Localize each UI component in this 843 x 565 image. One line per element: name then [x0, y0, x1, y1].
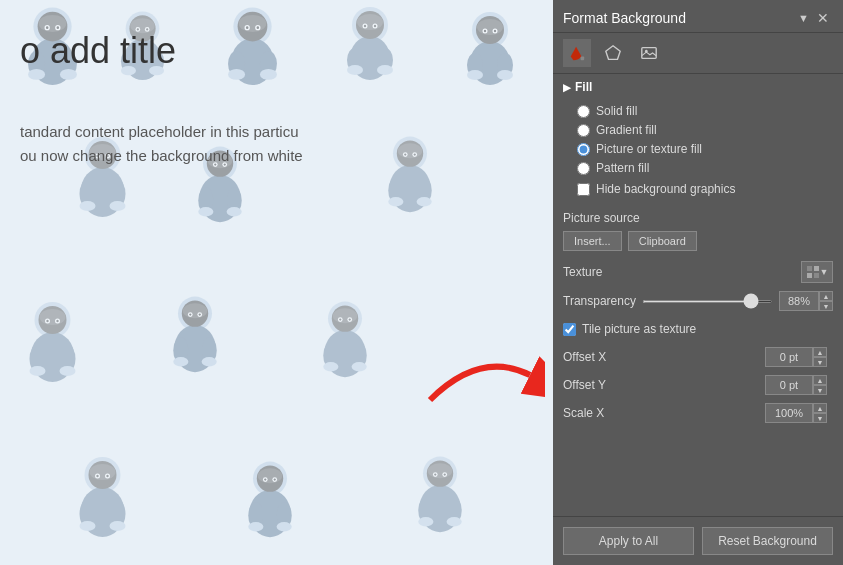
svg-point-154	[248, 522, 263, 531]
pattern-fill-option[interactable]: Pattern fill	[577, 161, 827, 175]
offset-x-decrement-btn[interactable]: ▼	[813, 357, 827, 367]
slide-title: o add title	[20, 30, 176, 72]
svg-point-95	[417, 197, 432, 206]
svg-point-83	[227, 207, 242, 216]
hide-bg-graphics-checkbox[interactable]	[577, 183, 590, 196]
offset-x-spinner: ▲ ▼	[765, 347, 827, 367]
slide-area: o add title tandard content placeholder …	[0, 0, 555, 565]
offset-y-input[interactable]	[765, 375, 813, 395]
insert-button[interactable]: Insert...	[563, 231, 622, 251]
transparency-spinner-btns: ▲ ▼	[819, 291, 833, 311]
svg-point-70	[80, 201, 96, 211]
svg-point-142	[80, 521, 96, 531]
image-icon-button[interactable]	[635, 39, 663, 67]
panel-pin-icon[interactable]: ▼	[798, 12, 809, 24]
svg-point-118	[173, 357, 188, 366]
svg-point-27	[239, 15, 267, 32]
svg-point-51	[477, 19, 503, 35]
transparency-spinner: ▲ ▼	[779, 291, 833, 311]
tile-picture-checkbox[interactable]	[563, 323, 576, 336]
offset-x-label: Offset X	[563, 350, 765, 364]
svg-point-119	[202, 357, 217, 366]
svg-marker-170	[606, 46, 620, 60]
svg-point-106	[30, 366, 46, 376]
svg-point-87	[398, 143, 423, 158]
svg-point-162	[434, 473, 436, 475]
gradient-fill-radio[interactable]	[577, 124, 590, 137]
reset-background-button[interactable]: Reset Background	[702, 527, 833, 555]
svg-rect-175	[807, 273, 812, 278]
svg-point-115	[199, 313, 201, 315]
transparency-slider[interactable]	[642, 300, 773, 303]
svg-point-91	[414, 153, 416, 155]
offset-x-input[interactable]	[765, 347, 813, 367]
svg-point-94	[388, 197, 403, 206]
svg-point-34	[228, 69, 245, 80]
fill-icon-button[interactable]	[563, 39, 591, 67]
panel-header: Format Background ▼ ✕	[553, 0, 843, 33]
ninja-figure	[60, 450, 145, 540]
picture-texture-fill-label: Picture or texture fill	[596, 142, 702, 156]
fill-section-header[interactable]: ▶ Fill	[553, 74, 843, 100]
shape-icon-button[interactable]	[599, 39, 627, 67]
svg-point-30	[246, 26, 249, 29]
ninja-figure	[230, 455, 310, 540]
picture-source-buttons: Insert... Clipboard	[553, 229, 843, 257]
svg-point-151	[274, 478, 276, 480]
picture-texture-fill-option[interactable]: Picture or texture fill	[577, 142, 827, 156]
pattern-fill-label: Pattern fill	[596, 161, 649, 175]
svg-point-107	[60, 366, 76, 376]
offset-y-row: Offset Y ▲ ▼	[553, 371, 843, 399]
panel-close-button[interactable]: ✕	[813, 8, 833, 28]
picture-texture-fill-radio[interactable]	[577, 143, 590, 156]
svg-point-99	[40, 309, 66, 325]
texture-label: Texture	[563, 265, 602, 279]
panel-title: Format Background	[563, 10, 686, 26]
svg-point-126	[339, 318, 341, 320]
tile-picture-row: Tile picture as texture	[553, 315, 843, 343]
gradient-fill-option[interactable]: Gradient fill	[577, 123, 827, 137]
gradient-fill-label: Gradient fill	[596, 123, 657, 137]
transparency-value-input[interactable]	[779, 291, 819, 311]
panel-icon-toolbar	[553, 33, 843, 74]
offset-x-increment-btn[interactable]: ▲	[813, 347, 827, 357]
svg-point-39	[357, 14, 383, 30]
tile-picture-option[interactable]: Tile picture as texture	[563, 319, 833, 339]
tile-picture-label: Tile picture as texture	[582, 322, 696, 336]
svg-point-35	[260, 69, 277, 80]
solid-fill-label: Solid fill	[596, 104, 637, 118]
fill-options-group: Solid fill Gradient fill Picture or text…	[577, 104, 827, 175]
image-icon	[640, 44, 658, 62]
transparency-increment-btn[interactable]: ▲	[819, 291, 833, 301]
solid-fill-radio[interactable]	[577, 105, 590, 118]
offset-y-decrement-btn[interactable]: ▼	[813, 385, 827, 395]
ninja-figure	[155, 290, 235, 375]
clipboard-button[interactable]: Clipboard	[628, 231, 697, 251]
texture-row: Texture ▼	[553, 257, 843, 287]
svg-point-130	[323, 362, 338, 371]
scale-x-label: Scale X	[563, 406, 765, 420]
scale-x-increment-btn[interactable]: ▲	[813, 403, 827, 413]
texture-dropdown-button[interactable]: ▼	[801, 261, 833, 283]
offset-x-row: Offset X ▲ ▼	[553, 343, 843, 371]
svg-rect-171	[642, 48, 656, 59]
panel-content: ▶ Fill Solid fill Gradient fill Picture …	[553, 74, 843, 516]
transparency-decrement-btn[interactable]: ▼	[819, 301, 833, 311]
ninja-figure	[210, 0, 295, 85]
offset-y-increment-btn[interactable]: ▲	[813, 375, 827, 385]
scale-x-input[interactable]	[765, 403, 813, 423]
svg-point-54	[484, 30, 486, 32]
svg-rect-173	[807, 266, 812, 271]
solid-fill-option[interactable]: Solid fill	[577, 104, 827, 118]
svg-point-127	[349, 318, 351, 320]
ninja-figure	[305, 295, 385, 380]
svg-point-59	[497, 70, 513, 80]
svg-rect-176	[814, 273, 819, 278]
pattern-fill-radio[interactable]	[577, 162, 590, 175]
offset-x-spinner-btns: ▲ ▼	[813, 347, 827, 367]
picture-source-row: Picture source	[553, 207, 843, 229]
scale-x-decrement-btn[interactable]: ▼	[813, 413, 827, 423]
hide-bg-graphics-option[interactable]: Hide background graphics	[577, 179, 827, 199]
svg-point-138	[96, 475, 98, 477]
apply-to-all-button[interactable]: Apply to All	[563, 527, 694, 555]
